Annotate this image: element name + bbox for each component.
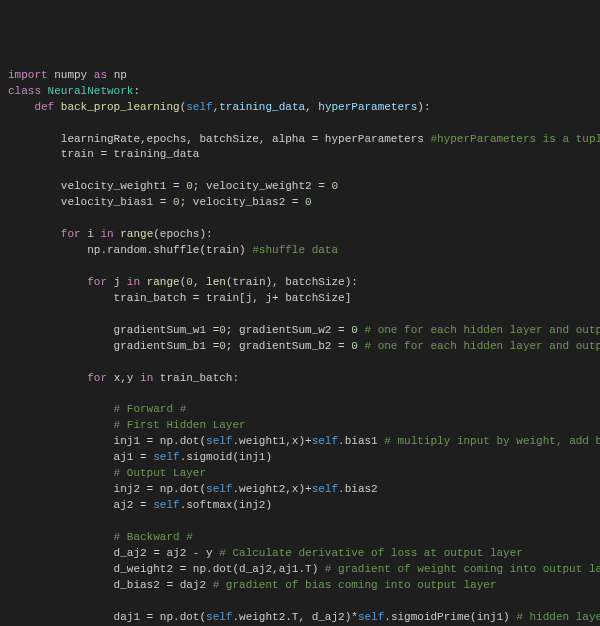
t: train_batch: (160, 372, 239, 384)
t: # Output Layer (8, 467, 206, 479)
t: gradientSum_b1 = (8, 340, 219, 352)
t: learningRate,epochs, batchSize, alpha = … (8, 133, 430, 145)
t: # one for each hidden layer and output l… (364, 324, 600, 336)
t: , (305, 101, 318, 113)
t: # Calculate derivative of loss at output… (219, 547, 523, 559)
t: self (153, 499, 179, 511)
t: len (206, 276, 226, 288)
t: train = training_data (8, 148, 199, 160)
t: i (87, 228, 100, 240)
t: : (133, 85, 140, 97)
t: ; gradientSum_w2 = (226, 324, 351, 336)
t: NeuralNetwork (48, 85, 134, 97)
t: # multiply input by weight, add bias (384, 435, 600, 447)
t: gradientSum_w1 = (8, 324, 219, 336)
t: #hyperParameters is a tuple of parameter… (430, 133, 600, 145)
t: 0 (351, 324, 364, 336)
t: self (312, 483, 338, 495)
t: ; velocity_weight2 = (193, 180, 332, 192)
t: ; velocity_bias2 = (180, 196, 305, 208)
t: # gradient of weight coming into output … (325, 563, 600, 575)
t: velocity_bias1 = (8, 196, 173, 208)
t: for (8, 276, 114, 288)
t: 0 (219, 324, 226, 336)
t: numpy (48, 69, 94, 81)
t: self (186, 101, 212, 113)
t: .weight2.T, d_aj2)* (232, 611, 357, 623)
t: # one for each hidden layer and output l… (364, 340, 600, 352)
t: # Forward # (8, 403, 186, 415)
t: .weight1,x)+ (232, 435, 311, 447)
t: x,y (114, 372, 140, 384)
t: def (8, 101, 61, 113)
t: train_batch = train[j, j+ batchSize] (8, 292, 351, 304)
t: self (206, 435, 232, 447)
t: self (206, 483, 232, 495)
t: , (193, 276, 206, 288)
t: import (8, 69, 48, 81)
t: .bias2 (338, 483, 378, 495)
t: self (206, 611, 232, 623)
t: 0 (219, 340, 226, 352)
t: 0 (186, 180, 193, 192)
t: back_prop_learning (61, 101, 180, 113)
t: 0 (186, 276, 193, 288)
t: # gradient of bias coming into output la… (213, 579, 497, 591)
t: aj2 = (8, 499, 153, 511)
t: aj1 = (8, 451, 153, 463)
t: 0 (305, 196, 312, 208)
t: #shuffle data (252, 244, 338, 256)
t: (epochs): (153, 228, 212, 240)
t: in (127, 276, 147, 288)
t: ; gradientSum_b2 = (226, 340, 351, 352)
t: 0 (331, 180, 338, 192)
t: as (94, 69, 107, 81)
t: d_bias2 = daj2 (8, 579, 213, 591)
t: for (8, 228, 87, 240)
t: inj2 = np.dot( (8, 483, 206, 495)
t: np (107, 69, 127, 81)
t: .sigmoid(inj1) (180, 451, 272, 463)
t: hyperParameters (318, 101, 417, 113)
t: class (8, 85, 48, 97)
t: in (100, 228, 120, 240)
t: for (8, 372, 114, 384)
t: range (120, 228, 153, 240)
t: .softmax(inj2) (180, 499, 272, 511)
t: j (114, 276, 127, 288)
t: velocity_weight1 = (8, 180, 186, 192)
t: # Backward # (8, 531, 193, 543)
t: training_data (219, 101, 305, 113)
t: (train), batchSize): (226, 276, 358, 288)
t: 0 (351, 340, 364, 352)
t: d_aj2 = aj2 - y (8, 547, 219, 559)
code-block: import numpy as np class NeuralNetwork: … (8, 68, 600, 626)
t: .weight2,x)+ (232, 483, 311, 495)
t: ): (417, 101, 430, 113)
t: self (153, 451, 179, 463)
t: range (147, 276, 180, 288)
t: self (312, 435, 338, 447)
t: 0 (173, 196, 180, 208)
t: daj1 = np.dot( (8, 611, 206, 623)
t: self (358, 611, 384, 623)
t: in (140, 372, 160, 384)
t: .bias1 (338, 435, 384, 447)
t: d_weight2 = np.dot(d_aj2,aj1.T) (8, 563, 325, 575)
t: .sigmoidPrime(inj1) (384, 611, 516, 623)
t: np.random.shuffle(train) (8, 244, 252, 256)
t: # hidden layer (516, 611, 600, 623)
t: inj1 = np.dot( (8, 435, 206, 447)
t: # First Hidden Layer (8, 419, 246, 431)
